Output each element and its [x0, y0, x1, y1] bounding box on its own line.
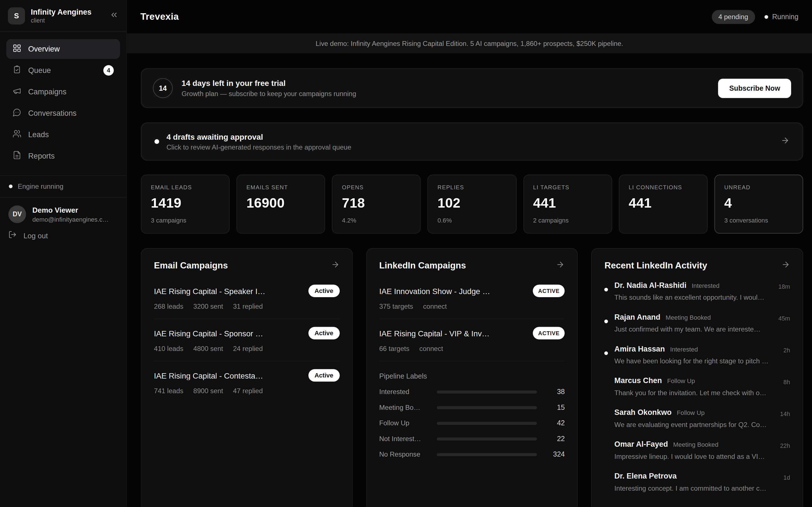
sidebar-item-reports[interactable]: Reports — [6, 146, 120, 166]
pipeline-row-not-interested: Not Interest… 22 — [379, 435, 565, 443]
pipeline-bar-track — [437, 453, 538, 456]
pipeline-row-meeting-booked: Meeting Bo… 15 — [379, 404, 565, 411]
contact-name: Marcus Chen — [614, 376, 662, 385]
stat-card-email-leads: EMAIL LEADS 1419 3 campaigns — [141, 175, 230, 233]
sidebar-item-overview[interactable]: Overview — [6, 39, 120, 59]
arrow-right-icon[interactable] — [331, 260, 340, 271]
running-status-label: Running — [772, 13, 799, 20]
campaign-stats: 268 leads 3200 sent 31 replied — [154, 302, 340, 311]
engine-status: Engine running — [0, 175, 126, 198]
user-meta: Demo Viewer demo@infinityaengines.c… — [33, 206, 109, 223]
sidebar-item-leads[interactable]: Leads — [6, 124, 120, 144]
campaign-title: IAE Rising Capital - Sponsor … — [154, 329, 263, 337]
sidebar-item-label: Queue — [28, 66, 51, 75]
pipeline-label: Not Interest… — [379, 435, 430, 443]
clipboard-icon — [12, 65, 21, 75]
campaign-mode: connect — [419, 344, 443, 352]
subscribe-now-button[interactable]: Subscribe Now — [718, 78, 791, 98]
arrow-right-icon[interactable] — [781, 260, 790, 271]
activity-row[interactable]: Rajan Anand Meeting Booked Just confirme… — [605, 307, 790, 339]
contact-name: Sarah Okonkwo — [614, 408, 672, 416]
arrow-right-icon[interactable] — [556, 260, 565, 271]
drafts-text: 4 drafts awaiting approval Click to revi… — [166, 132, 351, 151]
sidebar-item-queue[interactable]: Queue 4 — [6, 61, 120, 80]
campaign-row-top: IAE Rising Capital - Sponsor … Active — [154, 327, 340, 339]
recent-activity-title: Recent LinkedIn Activity — [605, 261, 707, 271]
activity-top: Marcus Chen Follow Up — [614, 376, 777, 385]
file-icon — [12, 151, 21, 161]
megaphone-icon — [12, 87, 21, 97]
org-role: client — [31, 17, 91, 23]
chevrons-left-icon — [110, 10, 118, 21]
pipeline-row-interested: Interested 38 — [379, 388, 565, 396]
contact-name: Dr. Elena Petrova — [614, 472, 677, 480]
topbar-right: 4 pending Running — [712, 10, 799, 24]
unread-dot — [605, 320, 608, 323]
contact-name: Dr. Nadia Al-Rashidi — [614, 281, 687, 290]
user-name: Demo Viewer — [33, 206, 109, 214]
pipeline-labels-title: Pipeline Labels — [379, 372, 565, 380]
email-campaign-row[interactable]: IAE Rising Capital - Sponsor … Active 41… — [154, 319, 340, 361]
trial-banner: 14 14 days left in your free trial Growt… — [141, 68, 803, 108]
activity-row[interactable]: Dr. Nadia Al-Rashidi Interested This sou… — [605, 275, 790, 307]
activity-row[interactable]: Marcus Chen Follow Up Thank you for the … — [605, 371, 790, 402]
campaign-stats: 410 leads 4800 sent 24 replied — [154, 344, 340, 352]
activity-row[interactable]: Dr. Elena Petrova Interesting concept. I… — [605, 466, 790, 498]
sidebar-item-label: Conversations — [28, 109, 77, 117]
linkedin-campaign-row[interactable]: IAE Rising Capital - VIP & Inv… ACTIVE 6… — [379, 319, 565, 361]
contact-status: Interested — [670, 346, 698, 353]
grid-icon — [12, 44, 21, 54]
stat-sub: 2 campaigns — [533, 217, 602, 224]
content: 14 14 days left in your free trial Growt… — [127, 53, 812, 507]
stat-card-unread: UNREAD 4 3 conversations — [714, 175, 803, 233]
contact-status: Meeting Booked — [673, 441, 719, 448]
sidebar-collapse-button[interactable] — [110, 10, 118, 21]
email-campaign-row[interactable]: IAE Rising Capital - Contesta… Active 74… — [154, 361, 340, 403]
stat-sub: 4.2% — [342, 217, 411, 224]
topbar: Trevexia 4 pending Running — [127, 0, 812, 33]
running-status: Running — [764, 13, 799, 20]
stat-label: LI TARGETS — [533, 184, 602, 190]
campaign-replied: 24 replied — [233, 344, 263, 352]
activity-row[interactable]: Amira Hassan Interested We have been loo… — [605, 339, 790, 371]
drafts-alert[interactable]: 4 drafts awaiting approval Click to revi… — [141, 122, 803, 161]
avatar: DV — [8, 205, 26, 223]
pipeline-label: Follow Up — [379, 419, 430, 427]
contact-name: Amira Hassan — [614, 344, 665, 353]
activity-main: Marcus Chen Follow Up Thank you for the … — [614, 376, 777, 397]
activity-main: Dr. Nadia Al-Rashidi Interested This sou… — [614, 281, 772, 301]
trial-days-circle: 14 — [153, 78, 172, 98]
activity-row[interactable]: Sarah Okonkwo Follow Up We are evaluatin… — [605, 402, 790, 434]
pipeline-value: 42 — [544, 419, 565, 427]
email-campaigns-title: Email Campaigns — [154, 261, 228, 271]
stat-value: 16900 — [246, 195, 315, 211]
linkedin-campaign-row[interactable]: IAE Innovation Show - Judge … ACTIVE 375… — [379, 277, 565, 319]
arrow-right-icon — [781, 136, 790, 147]
sidebar-item-campaigns[interactable]: Campaigns — [6, 82, 120, 102]
contact-status: Follow Up — [677, 409, 705, 416]
engine-status-dot — [9, 184, 12, 188]
stat-value: 1419 — [151, 195, 220, 211]
activity-top: Sarah Okonkwo Follow Up — [614, 408, 774, 416]
activity-main: Dr. Elena Petrova Interesting concept. I… — [614, 472, 777, 492]
linkedin-campaigns-title: LinkedIn Campaigns — [379, 261, 466, 271]
sidebar-item-label: Campaigns — [28, 88, 66, 96]
email-campaign-row[interactable]: IAE Rising Capital - Speaker I… Active 2… — [154, 277, 340, 319]
campaign-row-top: IAE Rising Capital - VIP & Inv… ACTIVE — [379, 327, 565, 339]
activity-row[interactable]: Omar Al-Fayed Meeting Booked Impressive … — [605, 434, 790, 466]
activity-top: Omar Al-Fayed Meeting Booked — [614, 440, 774, 448]
drafts-subtitle: Click to review AI-generated responses i… — [166, 143, 351, 151]
sidebar-item-conversations[interactable]: Conversations — [6, 103, 120, 123]
contact-name: Omar Al-Fayed — [614, 440, 668, 448]
stat-label: EMAIL LEADS — [151, 184, 220, 190]
activity-message: We are evaluating event partnerships for… — [614, 421, 774, 429]
sidebar-item-label: Reports — [28, 152, 55, 160]
campaign-stats: 66 targets connect — [379, 344, 565, 352]
activity-time: 2h — [783, 347, 790, 365]
pipeline-label: No Response — [379, 450, 430, 458]
campaign-replied: 47 replied — [233, 387, 263, 395]
activity-time: 22h — [780, 443, 790, 460]
stat-label: REPLIES — [438, 184, 507, 190]
logout-button[interactable]: Log out — [8, 230, 118, 240]
queue-count-badge: 4 — [103, 65, 114, 75]
